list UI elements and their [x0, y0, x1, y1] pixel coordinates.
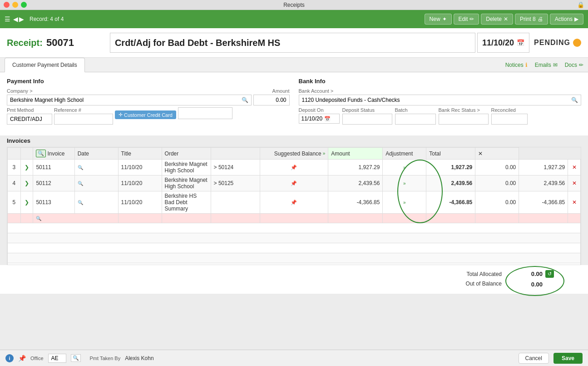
row-amount: 1,927.29 [426, 160, 475, 175]
pmt-method-input[interactable] [7, 114, 52, 125]
amount-input[interactable] [253, 95, 290, 105]
minimize-button[interactable] [12, 2, 18, 8]
bank-info-title: Bank Info [299, 78, 582, 85]
company-input[interactable] [10, 97, 240, 103]
receipt-header: Receipt: 50071 Crdt/Adj for Bad Debt - B… [0, 28, 588, 58]
add-credit-card-button[interactable]: ✛ Customer Credit Card [115, 110, 176, 119]
docs-link[interactable]: Docs ✏ [565, 62, 583, 68]
total-allocated-value-row: 0.00 ↺ [511, 269, 554, 279]
arrow-right-icon[interactable]: ▶ [19, 15, 24, 23]
print-button[interactable]: Print 8 🖨 [515, 14, 548, 25]
row-date: 11/10/20 [118, 160, 162, 175]
delete-button-label: Delete [486, 16, 502, 22]
invoices-section: Invoices 🔍 Invoice [0, 135, 588, 265]
refresh-button[interactable]: ↺ [545, 270, 554, 278]
company-label: Company > [7, 88, 252, 94]
new-button-label: New [430, 16, 440, 22]
bank-search-icon[interactable]: 🔍 [571, 97, 578, 103]
info-button[interactable]: i [5, 354, 14, 362]
row-chevrons-icon[interactable]: » [383, 160, 426, 175]
row-num: 4 [8, 175, 21, 191]
delete-button[interactable]: Delete ✕ [481, 14, 513, 25]
bank-rec-input[interactable] [439, 114, 489, 125]
row-delete-icon[interactable]: ✕ [568, 160, 581, 175]
out-of-balance-value-row: 0.00 [511, 279, 554, 290]
maximize-button[interactable] [21, 2, 27, 8]
row-pin-icon[interactable]: 📌 [260, 175, 328, 191]
save-button[interactable]: Save [553, 353, 583, 364]
new-button[interactable]: New ✦ [425, 14, 452, 25]
deposit-status-label: Deposit Status [342, 107, 392, 113]
tab-bar: Customer Payment Details Notices ℹ Email… [0, 58, 588, 72]
hamburger-icon[interactable]: ☰ [5, 15, 10, 23]
row-chevrons-icon[interactable]: » [383, 191, 426, 214]
close-button[interactable] [4, 2, 10, 8]
deposit-status-input[interactable] [342, 114, 392, 125]
company-search-icon[interactable]: 🔍 [242, 97, 248, 103]
out-of-balance-label: Out of Balance [466, 279, 502, 289]
pending-block: PENDING [534, 39, 581, 47]
row-pin-icon[interactable]: 📌 [260, 191, 328, 214]
batch-label: Batch [395, 107, 436, 113]
row-title: Berkshire Magnet High School [162, 175, 211, 191]
row-delete-icon[interactable]: ✕ [568, 191, 581, 214]
invoice-search-icon[interactable]: 🔍 [36, 150, 46, 157]
arrow-left-icon[interactable]: ◀ [13, 15, 18, 23]
reference-input[interactable] [54, 114, 113, 125]
nav-arrows: ◀ ▶ [13, 15, 24, 23]
row-arrow[interactable]: ❯ [20, 175, 33, 191]
reconciled-input[interactable] [491, 114, 528, 125]
row-search-icon[interactable]: 🔍 [74, 160, 118, 175]
row-delete-icon[interactable]: ✕ [568, 175, 581, 191]
pending-dot [573, 39, 581, 47]
pmt-taken-label: Pmt Taken By [90, 356, 121, 361]
total-allocated-label: Total Allocated [466, 270, 502, 280]
col-header-amount: Amount [328, 148, 383, 160]
batch-input[interactable] [395, 114, 436, 125]
payment-info-section: Payment Info Company > 🔍 Amount [7, 78, 290, 126]
row-pin-icon[interactable]: 📌 [260, 160, 328, 175]
row-title: Berkshire Magnet High School [162, 160, 211, 175]
titlebar: Receipts 🔒 [0, 0, 588, 10]
company-field[interactable]: 🔍 [7, 95, 252, 105]
row-chevrons-icon[interactable]: » [383, 175, 426, 191]
row-date: 11/10/20 [118, 175, 162, 191]
deposit-calendar-icon[interactable]: 📅 [324, 116, 331, 122]
invoices-scroll-area[interactable]: 🔍 Invoice Date Title Order Suggested Bal… [7, 147, 581, 265]
col-header-num [8, 148, 21, 160]
row-search-icon[interactable]: 🔍 [74, 175, 118, 191]
bank-info-section: Bank Info Bank Account > 🔍 Deposit On 11… [299, 78, 582, 126]
footer: i 📌 Office 🔍 Pmt Taken By Alexis Kohn Ca… [0, 350, 588, 366]
row-invoice: 50112 [33, 175, 74, 191]
col-header-sugg-bal: Suggested Balance » [260, 148, 328, 160]
office-search-icon[interactable]: 🔍 [71, 354, 81, 362]
invoices-title: Invoices [7, 135, 581, 144]
tabs: Customer Payment Details [5, 58, 85, 72]
row-search-icon[interactable]: 🔍 [74, 191, 118, 214]
row-suggested-balance: 2,439.56 [328, 175, 383, 191]
row-arrow[interactable]: ❯ [20, 160, 33, 175]
notices-link[interactable]: Notices ℹ [505, 62, 528, 68]
deposit-date-value: 11/10/20 [301, 115, 323, 122]
calendar-icon[interactable]: 📅 [517, 39, 524, 46]
sugg-bal-chevrons-icon[interactable]: » [323, 151, 326, 156]
bank-account-label: Bank Account > [299, 88, 582, 94]
total-allocated-value: 0.00 [511, 269, 543, 279]
actions-button[interactable]: Actions ▶ [550, 14, 583, 25]
office-input[interactable] [48, 354, 66, 363]
cancel-button[interactable]: Cancel [519, 353, 549, 364]
row-order: > 50125 [211, 175, 260, 191]
bank-account-field[interactable]: 🔍 [299, 95, 582, 105]
emails-link[interactable]: Emails ✉ [535, 62, 558, 68]
bank-account-input[interactable] [302, 97, 570, 103]
new-invoice-search[interactable]: 🔍 [33, 214, 118, 223]
totals-labels: Total Allocated Out of Balance [466, 270, 502, 289]
row-arrow[interactable]: ❯ [20, 191, 33, 214]
toolbar: ☰ ◀ ▶ Record: 4 of 4 New ✦ Edit ✏ Delete… [0, 10, 588, 28]
row-invoice: 50111 [33, 160, 74, 175]
pin-icon[interactable]: 📌 [18, 355, 26, 362]
main-form-row: Payment Info Company > 🔍 Amount [7, 78, 581, 126]
edit-icon: ✏ [469, 16, 474, 22]
edit-button[interactable]: Edit ✏ [454, 14, 479, 25]
tab-customer-payment-details[interactable]: Customer Payment Details [5, 58, 85, 72]
